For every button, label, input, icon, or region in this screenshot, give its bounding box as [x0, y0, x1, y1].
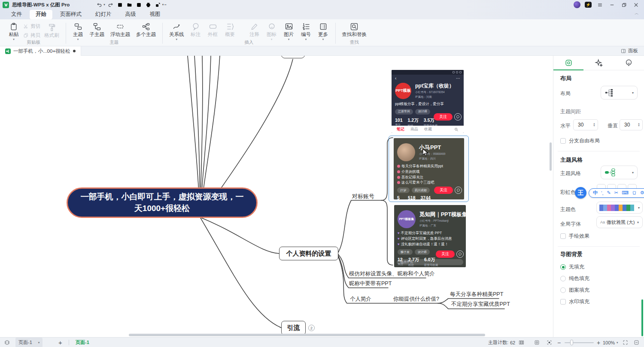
- more-dots-icon[interactable]: ⋯: [456, 76, 460, 81]
- callout-button[interactable]: 标注: [188, 21, 204, 38]
- global-font-dropdown[interactable]: Aa 微软雅黑 (大) ▾: [596, 216, 643, 228]
- branch-label-imitate[interactable]: 模仿对标设置头像、昵称和个人简介: [349, 270, 435, 278]
- undo-caret-icon[interactable]: ▾: [103, 3, 105, 6]
- ime-keyboard-icon[interactable]: ⌨: [622, 190, 629, 196]
- page-selector-dropdown[interactable]: 页面-1 ▾: [15, 338, 43, 347]
- menu-home[interactable]: 开始: [30, 10, 52, 19]
- relationship-line-button[interactable]: 关系线 ▾: [167, 21, 186, 41]
- document-tab[interactable]: 一部手机，小...00+很轻松: [0, 46, 81, 56]
- subtopic-button[interactable]: 子主题: [88, 21, 107, 38]
- tab-goods[interactable]: 商品: [410, 127, 418, 132]
- format-painter-button[interactable]: 格式刷: [42, 21, 61, 39]
- share-icon[interactable]: [154, 1, 162, 9]
- icon-marker-button[interactable]: 图标 ▾: [264, 21, 279, 41]
- canvas-horizontal-scrollbar[interactable]: [129, 334, 485, 336]
- save-icon[interactable]: [135, 1, 143, 9]
- menu-page-style[interactable]: 页面样式: [54, 10, 88, 19]
- zoom-caret-icon[interactable]: ▾: [617, 338, 618, 347]
- branch-label-benchmark[interactable]: 对标账号: [352, 193, 374, 200]
- profile-settings-node[interactable]: 个人资料的设置: [279, 247, 338, 260]
- canvas-vertical-scrollbar[interactable]: [550, 142, 552, 171]
- profile-card-mizhiwang[interactable]: PPT模板集 觅知网｜PPT模板集 小红书号：PPTmobanji IP属地：广…: [394, 205, 466, 267]
- menu-file[interactable]: 文件: [5, 10, 28, 19]
- branch-label-treasure-ppt[interactable]: 不定期分享宝藏优质PPT: [451, 301, 510, 308]
- sidebar-scrollbar[interactable]: [641, 299, 643, 336]
- boundary-button[interactable]: 外框: [205, 21, 221, 38]
- find-replace-button[interactable]: 查找和替换: [340, 21, 369, 38]
- tab-layout[interactable]: [553, 56, 583, 70]
- vertical-spacing-stepper[interactable]: 30 ▲▼: [620, 119, 643, 130]
- active-page-tab[interactable]: 页面-1: [76, 338, 89, 347]
- bg-solid-radio[interactable]: 纯色填充: [560, 275, 589, 282]
- zoom-slider-thumb[interactable]: [570, 340, 573, 345]
- bg-none-radio[interactable]: 无填充: [560, 263, 584, 271]
- new-file-icon[interactable]: [116, 1, 124, 9]
- share-caret-icon[interactable]: ▾: [162, 3, 164, 6]
- ime-badge[interactable]: 王: [575, 187, 586, 199]
- ime-punctuation-icon[interactable]: ’,: [601, 190, 604, 196]
- hamburger-menu-icon[interactable]: [596, 1, 604, 9]
- collapse-ribbon-icon[interactable]: ︿: [635, 10, 639, 16]
- menu-advanced[interactable]: 高级: [119, 10, 142, 19]
- numbering-button[interactable]: 编号 ▾: [298, 21, 314, 41]
- center-topic-icon[interactable]: [547, 338, 552, 347]
- cropped-top-node[interactable]: [281, 56, 305, 58]
- branch-label-bio[interactable]: 个人简介: [350, 296, 371, 303]
- message-icon[interactable]: [454, 113, 462, 121]
- picture-button[interactable]: 图片 ▾: [281, 21, 297, 41]
- ime-pencil-icon[interactable]: ✎: [607, 190, 611, 196]
- undo-icon[interactable]: [95, 1, 103, 9]
- mindmap-canvas[interactable]: 一部手机，小白即可上手，虚拟资源变现，一天1000+很轻松 个人资料的设置 引流…: [0, 56, 553, 337]
- sketch-effect-checkbox[interactable]: 手绘效果: [560, 232, 589, 240]
- fullscreen-icon[interactable]: [623, 338, 628, 347]
- tab-sticker[interactable]: [614, 56, 644, 70]
- minimize-button[interactable]: [608, 1, 616, 9]
- menu-view[interactable]: 视图: [144, 10, 167, 19]
- profile-card-xiaoma[interactable]: 小马PPT 小红书号：95868469 IP属地：四川 每天分享各种精美实用pp…: [394, 138, 464, 199]
- zoom-level[interactable]: 100%: [603, 338, 615, 347]
- floating-topic-button[interactable]: 浮动主题: [108, 21, 132, 38]
- stepper-down-icon[interactable]: ▼: [593, 125, 595, 127]
- stepper-down-icon[interactable]: ▼: [638, 125, 640, 127]
- print-icon[interactable]: [145, 1, 152, 9]
- ime-skin-icon[interactable]: [632, 190, 637, 195]
- traffic-node[interactable]: 引流: [281, 321, 306, 335]
- tab-notes[interactable]: 笔记: [397, 127, 404, 132]
- restore-button[interactable]: [620, 1, 628, 9]
- follow-button[interactable]: 关注: [434, 187, 453, 194]
- comment-bar[interactable]: 说点什么…: [397, 259, 463, 265]
- collapse-statusbar-icon[interactable]: [634, 338, 639, 347]
- zoom-slider-track[interactable]: [565, 342, 594, 343]
- branch-label-nickname[interactable]: 昵称中要带有PPT: [349, 280, 392, 287]
- copy-button[interactable]: 拷贝: [23, 32, 40, 39]
- paste-button[interactable]: 粘贴 ▾: [6, 21, 21, 41]
- bg-pattern-radio[interactable]: 图案填充: [560, 287, 589, 294]
- menu-slides[interactable]: 幻灯片: [89, 10, 118, 19]
- layout-dropdown[interactable]: ▾: [601, 86, 638, 100]
- collapsed-count-badge[interactable]: 2: [308, 325, 315, 331]
- user-avatar[interactable]: [574, 1, 580, 8]
- horizontal-spacing-stepper[interactable]: 30 ▲▼: [573, 119, 598, 130]
- follow-button[interactable]: 关注: [436, 250, 455, 258]
- message-icon[interactable]: [455, 187, 462, 194]
- ime-language-icon[interactable]: 中: [593, 190, 598, 196]
- columns-view-icon[interactable]: [519, 338, 524, 347]
- fit-page-icon[interactable]: [534, 338, 540, 347]
- ime-settings-icon[interactable]: ⚙: [640, 190, 644, 196]
- message-icon[interactable]: [456, 250, 464, 258]
- add-page-button[interactable]: +: [58, 338, 62, 347]
- free-layout-checkbox[interactable]: 分支自由布局: [560, 137, 600, 145]
- note-button[interactable]: 注释: [247, 21, 262, 38]
- open-file-icon[interactable]: [126, 1, 134, 9]
- topic-button[interactable]: 主题 ▾: [70, 21, 86, 41]
- vip-badge-icon[interactable]: ⚡: [585, 2, 592, 8]
- branch-label-value-question[interactable]: 你能提供什么价值?: [393, 296, 439, 303]
- bg-watermark-checkbox[interactable]: 水印填充: [560, 298, 589, 305]
- cut-button[interactable]: 剪切: [23, 23, 40, 30]
- ime-scissors-icon[interactable]: ✂: [614, 190, 618, 196]
- more-quickbar-icon[interactable]: ≂: [164, 3, 167, 6]
- redo-icon[interactable]: [107, 1, 115, 9]
- follow-button[interactable]: 关注: [434, 113, 453, 121]
- theme-style-dropdown[interactable]: ▾: [601, 166, 638, 179]
- close-button[interactable]: [632, 1, 640, 9]
